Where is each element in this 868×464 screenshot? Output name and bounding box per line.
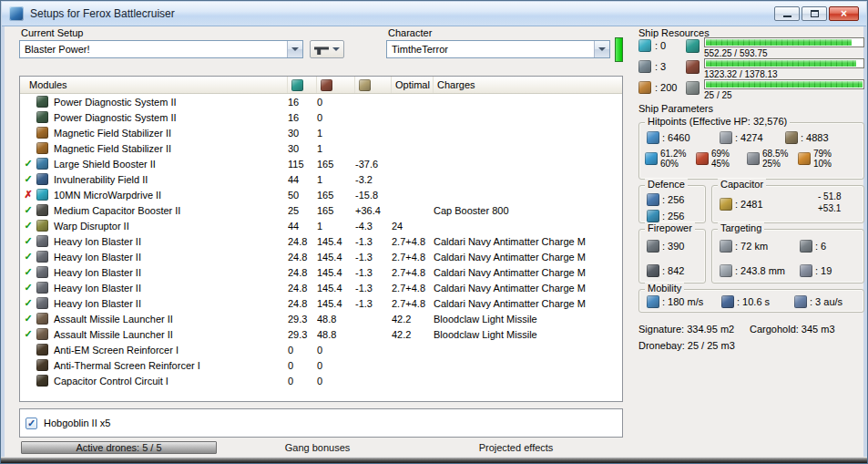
character-skill-bar (615, 37, 623, 62)
magnetic-stabilizer-icon (36, 142, 48, 154)
em-resist-icon (645, 152, 658, 165)
stat-value: : 3 au/s (810, 296, 842, 307)
module-powergrid-value: 48.8 (317, 314, 355, 325)
missile-launcher-icon (36, 313, 48, 325)
title-bar[interactable]: Setups for Ferox Battlecruiser × (2, 2, 866, 26)
stat-align-time: : 10.6 s (721, 295, 794, 308)
header-optimal[interactable]: Optimal (392, 77, 434, 93)
warp-disruptor-icon (36, 220, 48, 232)
fitting-menu-button[interactable] (310, 40, 344, 58)
module-row[interactable]: ✓Invulnerability Field II441-3.2 (20, 171, 622, 187)
current-setup-label: Current Setup (21, 27, 83, 38)
module-row[interactable]: ✓Assault Missile Launcher II29.348.842.2… (20, 326, 622, 342)
stat-dps: : 842 (647, 264, 705, 277)
module-row[interactable]: ✓Heavy Ion Blaster II24.8145.4-1.32.7+4.… (20, 233, 622, 249)
armor-resist-value: 10% (813, 159, 832, 169)
module-row[interactable]: Power Diagnostic System II160 (20, 94, 622, 109)
footer-tab-active-drones-5-5[interactable]: Active drones: 5 / 5 (21, 441, 217, 454)
header-cap-usage[interactable] (355, 77, 392, 93)
drone-item[interactable]: ✓Hobgoblin II x5 (26, 415, 617, 431)
shield-recharge-icon (647, 193, 659, 206)
module-row[interactable]: ✓Assault Missile Launcher II29.348.842.2… (20, 311, 622, 326)
capacitor-rig-icon (36, 375, 48, 387)
header-powergrid[interactable] (317, 77, 355, 93)
module-row[interactable]: Anti-Thermal Screen Reinforcer I00 (20, 357, 622, 373)
module-status-icon: ✓ (20, 282, 36, 294)
capacitor-recharge-value: +53.1 (818, 202, 842, 214)
module-name: Capacitor Control Circuit I (54, 376, 288, 387)
resource-bar (704, 79, 864, 89)
stat-shield-recharge: : 256 (647, 193, 705, 206)
module-cpu-value: 50 (288, 190, 317, 201)
mobility-label: Mobility (645, 283, 684, 294)
module-type-icon (36, 282, 54, 294)
cpu-icon (686, 39, 700, 53)
module-row[interactable]: ✓Medium Capacitor Booster II25165+36.4Ca… (20, 202, 622, 218)
module-name: Magnetic Field Stabilizer II (54, 128, 288, 139)
weapon-icon (314, 44, 329, 55)
module-row[interactable]: Magnetic Field Stabilizer II301 (20, 125, 622, 140)
module-row[interactable]: ✓Heavy Ion Blaster II24.8145.4-1.32.7+4.… (20, 264, 622, 280)
chevron-down-icon (598, 47, 606, 51)
stat-max-velocity: : 180 m/s (647, 295, 721, 308)
module-name: Heavy Ion Blaster II (54, 252, 288, 263)
module-name: Power Diagnostic System II (54, 97, 288, 108)
turret-hardpoints-icon (638, 39, 651, 52)
targeting-stats: : 72 km: 6: 243.8 mm: 19 (712, 230, 863, 277)
dronebay-text: Dronebay: 25 / 25 m3 (638, 340, 735, 351)
module-status-icon: ✓ (20, 297, 36, 309)
header-cpu[interactable] (288, 77, 317, 93)
module-row[interactable]: ✓Warp Disruptor II441-4.324 (20, 218, 622, 233)
module-row[interactable]: Capacitor Control Circuit I00 (20, 373, 622, 388)
targeting-label: Targeting (718, 222, 764, 233)
module-optimal-value: 24 (392, 221, 434, 232)
module-row[interactable]: Power Diagnostic System II160 (20, 109, 622, 125)
module-row[interactable]: ✓Heavy Ion Blaster II24.8145.4-1.32.7+4.… (20, 249, 622, 264)
maximize-icon (811, 10, 819, 17)
footer-tab-projected-effects[interactable]: Projected effects (418, 441, 614, 454)
drone-checkbox[interactable]: ✓ (26, 418, 37, 429)
power-diagnostic-icon (36, 96, 48, 108)
module-powergrid-value: 1 (317, 128, 355, 139)
maximize-button[interactable] (802, 6, 827, 21)
modules-table: Modules Optimal Charges Power Diagnostic… (19, 76, 623, 402)
module-charge-name: Caldari Navy Antimatter Charge M (434, 283, 622, 294)
header-modules[interactable]: Modules (20, 77, 288, 93)
module-powergrid-value: 165 (317, 205, 355, 216)
character-combobox[interactable]: TimtheTerror (386, 40, 610, 58)
module-row[interactable]: ✗10MN MicroWarpdrive II50165-15.8 (20, 187, 622, 202)
setup-combobox-dropdown[interactable] (287, 41, 302, 57)
header-charges[interactable]: Charges (434, 77, 622, 93)
module-row[interactable]: ✓Large Shield Booster II115165-37.6 (20, 156, 622, 171)
module-powergrid-value: 145.4 (317, 252, 355, 263)
power-diagnostic-icon (36, 111, 48, 123)
module-type-icon (36, 96, 54, 108)
module-status-icon: ✓ (20, 158, 36, 170)
drone-list: ✓Hobgoblin II x5 (26, 415, 617, 431)
stat-shield-hp: : 6460 (647, 131, 720, 144)
resist-values: 68.5%25% (762, 149, 788, 169)
character-combobox-dropdown[interactable] (594, 41, 609, 57)
setup-combobox[interactable]: Blaster Power! (19, 40, 303, 58)
armor-resist-value: 60% (660, 159, 686, 169)
module-row[interactable]: ✓Heavy Ion Blaster II24.8145.4-1.32.7+4.… (20, 280, 622, 295)
module-cap-value: -3.2 (355, 174, 392, 185)
close-button[interactable]: × (829, 6, 859, 21)
module-row[interactable]: Anti-EM Screen Reinforcer I00 (20, 342, 622, 357)
module-optimal-value: 2.7+4.8 (392, 267, 434, 278)
module-cpu-value: 24.8 (288, 283, 317, 294)
module-powergrid-value: 0 (317, 376, 355, 387)
module-row[interactable]: Magnetic Field Stabilizer II301 (20, 140, 622, 156)
module-type-icon (36, 142, 54, 154)
footer-tab-gang-bonuses[interactable]: Gang bonuses (220, 441, 415, 454)
module-row[interactable]: ✓Heavy Ion Blaster II24.8145.4-1.32.7+4.… (20, 295, 622, 311)
module-name: Assault Missile Launcher II (54, 314, 288, 325)
module-powergrid-value: 1 (317, 174, 355, 185)
module-status-icon: ✓ (20, 313, 36, 325)
scan-resolution-icon (720, 264, 732, 277)
module-cap-value: -1.3 (355, 236, 392, 247)
defence-stats: : 256: 256 (639, 186, 705, 222)
minimize-button[interactable] (774, 6, 800, 21)
character-label: Character (388, 27, 432, 38)
stat-sensor-strength: : 19 (800, 264, 863, 277)
